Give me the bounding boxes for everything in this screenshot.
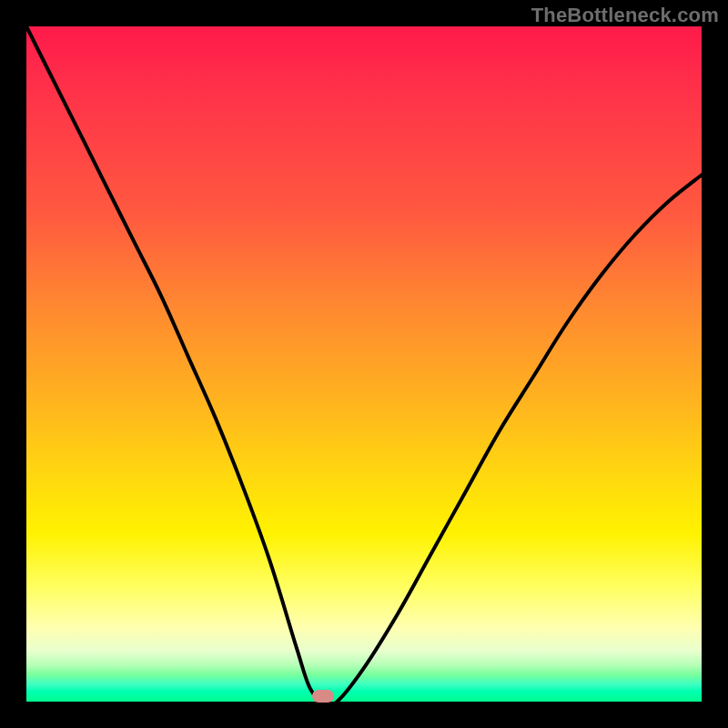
bottleneck-curve xyxy=(26,26,702,702)
watermark-text: TheBottleneck.com xyxy=(531,4,719,27)
curve-path xyxy=(26,26,702,705)
outer-frame: TheBottleneck.com xyxy=(0,0,728,728)
valley-marker xyxy=(312,690,334,703)
